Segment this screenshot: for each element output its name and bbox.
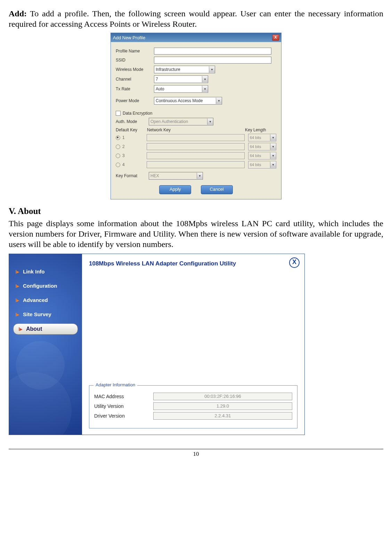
bullet-icon: ⁞▸ xyxy=(15,312,20,317)
key-length-select-3: 64 bits▼ xyxy=(248,152,276,159)
adapter-info-fieldset: Adapter Information MAC Address 00:03:2F… xyxy=(89,385,297,428)
about-text: This page displays some information abou… xyxy=(9,218,383,249)
key-radio-1[interactable] xyxy=(116,136,120,140)
utility-version-label: Utility Version xyxy=(94,403,153,409)
chevron-down-icon[interactable]: ▼ xyxy=(202,86,208,92)
utility-title: 108Mbps Wireless LAN Adapter Configurati… xyxy=(89,260,297,267)
main-panel: 108Mbps Wireless LAN Adapter Configurati… xyxy=(82,254,304,435)
config-utility-window: ⁞▸ Link Info ⁞▸ Configuration ⁞▸ Advance… xyxy=(9,254,305,435)
add-label: Add: xyxy=(9,9,27,18)
power-mode-label: Power Mode xyxy=(116,98,154,103)
network-key-input-3 xyxy=(147,152,245,159)
add-text: To add a profile. Then, the following sc… xyxy=(9,9,383,28)
network-key-input-4 xyxy=(147,161,245,168)
sidebar-item-site-survey[interactable]: ⁞▸ Site Survey xyxy=(9,307,82,321)
sidebar-item-advanced[interactable]: ⁞▸ Advanced xyxy=(9,293,82,307)
key-radio-3[interactable] xyxy=(116,154,120,158)
auth-mode-select: Open Authentication ▼ xyxy=(149,118,213,125)
mac-address-value: 00:03:2F:26:16:96 xyxy=(153,393,292,400)
key-format-label: Key Format xyxy=(116,173,149,178)
driver-version-label: Driver Version xyxy=(94,413,153,419)
channel-label: Channel xyxy=(116,77,154,82)
key-format-select: HEX ▼ xyxy=(149,172,203,180)
sidebar-item-link-info[interactable]: ⁞▸ Link Info xyxy=(9,264,82,279)
utility-version-value: 1.29.0 xyxy=(153,402,292,410)
bullet-icon: ⁞▸ xyxy=(18,326,23,332)
key-length-select-1: 64 bits▼ xyxy=(248,134,276,141)
auth-mode-label: Auth. Mode xyxy=(116,119,149,124)
driver-version-value: 2.2.4.31 xyxy=(153,412,292,420)
key-length-header: Key Length xyxy=(245,128,276,132)
wireless-mode-label: Wireless Mode xyxy=(116,67,154,72)
power-mode-select[interactable]: Continuous Access Mode ▼ xyxy=(154,97,222,105)
data-encryption-checkbox[interactable] xyxy=(116,111,121,116)
dialog-titlebar[interactable]: Add New Profile X xyxy=(111,33,281,42)
chevron-down-icon[interactable]: ▼ xyxy=(202,76,208,82)
add-profile-dialog: Add New Profile X Profile Name SSID Wire… xyxy=(111,33,281,199)
ssid-label: SSID xyxy=(116,58,154,63)
network-key-input-2 xyxy=(147,143,245,150)
data-encryption-label: Data Encryption xyxy=(123,111,152,116)
chevron-down-icon[interactable]: ▼ xyxy=(216,98,222,104)
apply-button[interactable]: Apply xyxy=(159,185,191,194)
close-icon[interactable]: X xyxy=(289,257,300,268)
default-key-header: Default Key xyxy=(116,128,147,132)
chevron-down-icon: ▼ xyxy=(207,118,213,125)
wireless-mode-select[interactable]: Infrastructure ▼ xyxy=(154,66,215,73)
bullet-icon: ⁞▸ xyxy=(15,269,20,274)
sidebar: ⁞▸ Link Info ⁞▸ Configuration ⁞▸ Advance… xyxy=(9,254,82,435)
network-key-input-1 xyxy=(147,134,245,141)
key-radio-4[interactable] xyxy=(116,163,120,167)
channel-select[interactable]: 7 ▼ xyxy=(154,75,208,83)
key-length-select-4: 64 bits▼ xyxy=(248,161,276,169)
dialog-title: Add New Profile xyxy=(113,35,145,40)
chevron-down-icon: ▼ xyxy=(270,153,276,159)
profile-name-input[interactable] xyxy=(154,48,271,55)
close-icon[interactable]: X xyxy=(272,34,279,41)
sidebar-item-configuration[interactable]: ⁞▸ Configuration xyxy=(9,279,82,293)
ssid-input[interactable] xyxy=(154,57,271,64)
about-heading: V. About xyxy=(9,206,383,216)
sidebar-item-about[interactable]: ⁞▸ About xyxy=(13,323,78,335)
key-length-select-2: 64 bits▼ xyxy=(248,143,276,150)
page-number: 10 xyxy=(9,449,383,458)
key-radio-2[interactable] xyxy=(116,145,120,149)
chevron-down-icon: ▼ xyxy=(270,162,276,168)
profile-name-label: Profile Name xyxy=(116,49,154,54)
chevron-down-icon: ▼ xyxy=(197,173,203,179)
intro-paragraph: Add: To add a profile. Then, the followi… xyxy=(9,8,383,29)
fieldset-legend: Adapter Information xyxy=(93,382,137,387)
chevron-down-icon: ▼ xyxy=(270,134,276,141)
cancel-button[interactable]: Cancel xyxy=(201,185,233,194)
bullet-icon: ⁞▸ xyxy=(15,297,20,303)
chevron-down-icon[interactable]: ▼ xyxy=(209,66,215,73)
tx-rate-label: Tx Rate xyxy=(116,87,154,91)
tx-rate-select[interactable]: Auto ▼ xyxy=(154,85,208,93)
bullet-icon: ⁞▸ xyxy=(15,283,20,289)
network-key-header: Network Key xyxy=(147,128,245,132)
mac-address-label: MAC Address xyxy=(94,394,153,399)
chevron-down-icon: ▼ xyxy=(270,143,276,150)
